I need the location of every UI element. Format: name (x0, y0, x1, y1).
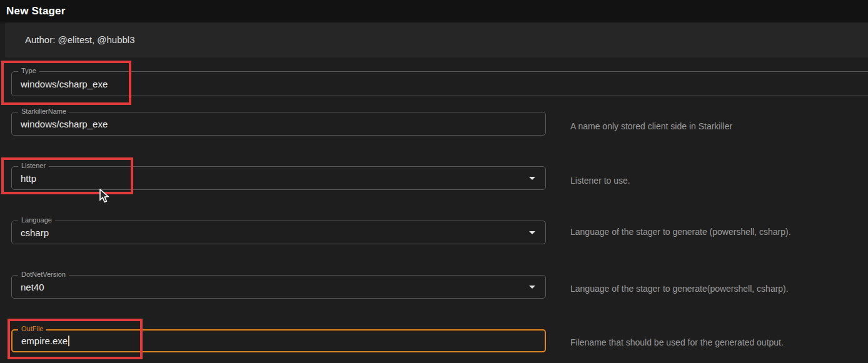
annotation-rectangle-listener (1, 157, 133, 194)
annotation-rectangle-outfile (8, 319, 143, 359)
dropdown-arrow-icon[interactable] (529, 286, 535, 289)
new-stager-form: New Stager Author: @elitest, @hubbl3 Typ… (0, 0, 868, 363)
titlebar: New Stager (0, 0, 868, 22)
language-value: csharp (21, 227, 49, 238)
dropdown-arrow-icon[interactable] (529, 177, 535, 180)
language-label: Language (18, 216, 55, 224)
author-text: Author: @elitest, @hubbl3 (25, 22, 135, 57)
starkillername-helper: A name only stored client side in Starki… (570, 121, 732, 131)
mouse-cursor-icon (99, 189, 111, 204)
dotnetversion-helper: Language of the stager to generate(power… (570, 284, 789, 294)
starkillername-label: StarkillerName (18, 107, 69, 115)
language-helper: Language of the stager to generate (powe… (570, 227, 791, 237)
dropdown-arrow-icon[interactable] (529, 231, 535, 234)
language-select[interactable]: Language csharp (11, 221, 546, 244)
starkillername-input[interactable]: StarkillerName windows/csharp_exe (11, 112, 546, 136)
type-select[interactable]: Type windows/csharp_exe (11, 71, 868, 96)
listener-helper: Listener to use. (570, 176, 630, 186)
author-panel: Author: @elitest, @hubbl3 (5, 22, 868, 57)
dotnetversion-label: DotNetVersion (18, 271, 69, 278)
dotnetversion-value: net40 (21, 282, 44, 292)
annotation-rectangle-type (1, 61, 131, 105)
page-title: New Stager (6, 0, 66, 22)
outfile-helper: Filename that should be used for the gen… (570, 337, 784, 347)
starkillername-value: windows/csharp_exe (21, 119, 108, 129)
dotnetversion-select[interactable]: DotNetVersion net40 (11, 275, 546, 299)
